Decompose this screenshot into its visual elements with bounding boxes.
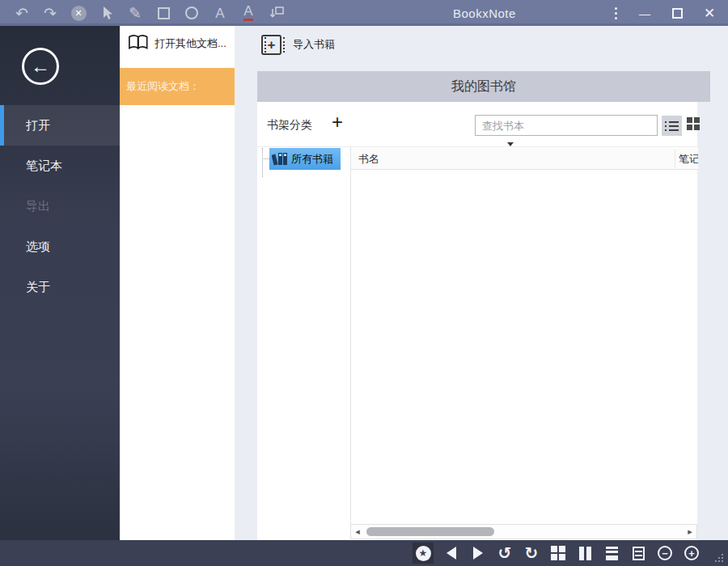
underline-tool-icon[interactable]: A <box>239 3 257 23</box>
page-fit-view-button[interactable] <box>603 543 620 564</box>
sidebar-item-label: 关于 <box>26 280 50 295</box>
minimize-button[interactable]: — <box>637 6 652 20</box>
maximize-button[interactable] <box>670 6 684 20</box>
undo-icon[interactable]: ↶ <box>13 3 31 23</box>
books-table: 书名 笔记数 <box>350 147 697 524</box>
menu-dots-icon[interactable] <box>612 6 620 20</box>
clear-annotation-icon[interactable]: ✕ <box>70 3 87 23</box>
books-icon <box>272 151 288 167</box>
sidebar-item-label: 选项 <box>26 239 50 255</box>
bottom-toolbar-icons: ★ ↺ ↻ − + <box>413 540 700 566</box>
window-title: BookxNote <box>453 0 516 26</box>
two-bars-icon <box>579 547 591 560</box>
sidebar-item-about[interactable]: 关于 <box>0 267 120 307</box>
library-panel: 书架分类 + 所有书籍 书名 <box>257 102 697 540</box>
ellipse-tool-icon[interactable] <box>183 3 201 23</box>
recent-documents-panel: 打开其他文档... 最近阅读文档： <box>120 26 235 540</box>
rotate-right-button[interactable]: ↻ <box>523 543 540 564</box>
grid-icon <box>551 546 565 560</box>
text-tool-icon[interactable]: A <box>211 3 229 23</box>
page-box-icon <box>633 547 645 560</box>
two-page-view-button[interactable] <box>576 543 594 564</box>
add-shelf-button[interactable]: + <box>327 110 348 134</box>
zoom-out-button[interactable]: − <box>656 543 674 564</box>
tree-branch-line <box>262 148 263 177</box>
recent-documents-banner: 最近阅读文档： <box>120 68 235 105</box>
sort-indicator-icon[interactable] <box>507 142 514 146</box>
resize-grip[interactable] <box>715 554 725 564</box>
tree-item-label: 所有书籍 <box>291 152 333 167</box>
grid-view-button[interactable] <box>687 117 701 132</box>
right-triangle-icon <box>473 547 483 560</box>
search-books-input[interactable] <box>475 115 658 136</box>
column-header-notes[interactable]: 笔记数 <box>679 148 698 170</box>
select-cursor-icon[interactable] <box>98 3 116 23</box>
close-circle-glyph: ✕ <box>71 6 87 21</box>
bookmark-star-button[interactable]: ★ <box>413 543 434 564</box>
scroll-left-arrow[interactable]: ◂ <box>351 525 364 539</box>
shelf-tree: 所有书籍 <box>257 147 350 524</box>
list-view-button[interactable] <box>662 116 682 136</box>
library-title: 我的图书馆 <box>451 78 516 95</box>
library-main: + 导入书籍 我的图书馆 书架分类 + 所有书籍 <box>235 26 728 540</box>
minus-circle-icon: − <box>658 546 672 560</box>
column-separator[interactable] <box>675 150 675 168</box>
redo-icon[interactable]: ↷ <box>41 3 59 23</box>
sidebar-item-options[interactable]: 选项 <box>0 226 120 267</box>
sidebar-item-open[interactable]: 打开 <box>0 105 120 146</box>
sidebar-item-export[interactable]: 导出 <box>0 186 120 226</box>
import-book-icon: + <box>261 35 281 55</box>
scrollbar-thumb[interactable] <box>366 527 494 536</box>
bottom-toolbar: ★ ↺ ↻ − + <box>0 540 728 566</box>
tree-branch-line <box>262 158 269 159</box>
tree-item-all-books[interactable]: 所有书籍 <box>269 148 341 170</box>
shelf-category-label: 书架分类 <box>267 118 312 133</box>
horizontal-scrollbar[interactable]: ◂ ▸ <box>350 524 697 539</box>
star-icon: ★ <box>416 546 431 561</box>
open-other-document-button[interactable]: 打开其他文档... <box>120 26 235 61</box>
pencil-icon[interactable]: ✎ <box>126 3 144 23</box>
sidebar-item-notebook[interactable]: 笔记本 <box>0 146 120 186</box>
zoom-in-button[interactable]: + <box>683 543 700 564</box>
sidebar-item-label: 打开 <box>26 118 50 133</box>
sidebar-item-label: 导出 <box>26 199 50 214</box>
import-books-label: 导入书籍 <box>290 37 335 52</box>
recent-documents-label: 最近阅读文档： <box>126 79 200 94</box>
previous-page-button[interactable] <box>442 543 460 564</box>
titlebar: ↶ ↷ ✕ ✎ A A BookxNote — ✕ <box>0 0 728 26</box>
annotation-toolbar: ↶ ↷ ✕ ✎ A A <box>13 0 286 26</box>
rotate-left-button[interactable]: ↺ <box>496 543 514 564</box>
sidebar-item-label: 笔记本 <box>26 158 62 174</box>
thumbnail-view-button[interactable] <box>549 543 567 564</box>
window-controls: — ✕ <box>612 0 717 26</box>
note-annotation-icon[interactable] <box>268 3 286 23</box>
page-lines-icon <box>606 547 618 560</box>
open-book-icon <box>128 33 149 54</box>
import-books-button[interactable]: + 导入书籍 <box>261 33 335 56</box>
rectangle-tool-icon[interactable] <box>154 3 172 23</box>
scroll-right-arrow[interactable]: ▸ <box>684 525 696 539</box>
library-header-bar: 我的图书馆 <box>257 71 710 102</box>
left-triangle-icon <box>447 547 456 560</box>
open-other-document-label: 打开其他文档... <box>154 36 226 51</box>
back-button[interactable]: ← <box>22 48 59 85</box>
back-arrow-icon: ← <box>31 55 50 78</box>
column-header-title[interactable]: 书名 <box>358 148 379 170</box>
bookxnote-window: ↶ ↷ ✕ ✎ A A BookxNote — ✕ ← 打开 笔记本 导出 <box>0 0 728 566</box>
next-page-button[interactable] <box>469 543 487 564</box>
sidebar: ← 打开 笔记本 导出 选项 关于 <box>0 26 120 540</box>
plus-circle-icon: + <box>684 546 699 560</box>
table-header-row: 书名 笔记数 <box>351 148 698 170</box>
continuous-view-button[interactable] <box>629 543 647 564</box>
close-button[interactable]: ✕ <box>702 6 717 20</box>
